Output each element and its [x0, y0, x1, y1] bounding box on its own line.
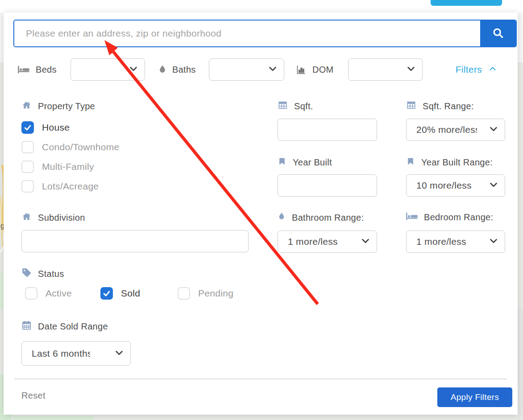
year-built-heading: Year Built — [278, 156, 332, 169]
chevron-down-icon — [129, 64, 138, 75]
checkbox-label: Multi-Family — [42, 161, 94, 172]
quick-filter-row: Beds Baths — [4, 58, 518, 81]
beds-label: Beds — [36, 65, 57, 75]
checkbox-label: Sold — [121, 288, 140, 299]
footer-divider — [14, 379, 507, 379]
address-search-bar — [13, 20, 517, 47]
filters-toggle-label: Filters — [456, 64, 482, 75]
beds-select[interactable] — [71, 58, 145, 81]
chevron-down-icon — [406, 64, 416, 75]
checkbox-condo-townhome[interactable]: Condo/Townhome — [21, 141, 119, 153]
filters-toggle[interactable]: Filters — [456, 64, 497, 75]
bed-icon — [406, 212, 418, 223]
bookmark-icon — [406, 156, 415, 169]
year-built-range-heading: Year Built Range: — [406, 156, 493, 169]
baths-label: Baths — [172, 65, 196, 75]
bathroom-range-heading: Bathroom Range: — [278, 212, 364, 223]
checkbox-label: Pending — [198, 288, 233, 299]
bed-icon — [18, 65, 29, 74]
search-filters-panel: Beds Baths — [4, 12, 518, 415]
status-heading: Status — [21, 268, 64, 280]
calendar-icon — [21, 320, 32, 333]
checkbox-house[interactable]: House — [21, 121, 70, 134]
checkbox-box[interactable] — [21, 141, 34, 153]
subdivision-heading: Subdivision — [21, 212, 85, 224]
chevron-down-icon — [489, 180, 498, 191]
reset-button[interactable]: Reset — [21, 391, 46, 401]
chevron-down-icon — [361, 236, 370, 247]
apply-filters-button[interactable]: Apply Filters — [437, 387, 512, 407]
year-built-range-select[interactable]: 10 more/less — [406, 174, 505, 197]
chevron-up-icon — [488, 64, 497, 75]
dom-select[interactable] — [348, 58, 423, 81]
search-icon — [491, 26, 505, 41]
checkbox-pending[interactable]: Pending — [178, 287, 233, 300]
chevron-down-icon — [268, 64, 278, 75]
year-built-input[interactable] — [278, 174, 377, 197]
chevron-down-icon — [489, 124, 498, 136]
checkbox-sold[interactable]: Sold — [100, 287, 140, 300]
house-icon — [21, 100, 32, 112]
bedroom-range-heading: Bedroom Range: — [406, 212, 493, 223]
checkbox-label: Active — [46, 288, 72, 299]
property-type-heading: Property Type — [21, 100, 95, 112]
bathroom-range-select[interactable]: 1 more/less — [278, 231, 377, 253]
check-icon — [23, 123, 32, 132]
sqft-heading: Sqft. — [278, 100, 313, 112]
checkbox-box[interactable] — [21, 161, 34, 173]
checkbox-multi-family[interactable]: Multi-Family — [21, 161, 94, 173]
bookmark-icon — [278, 156, 286, 169]
checkbox-lots-acreage[interactable]: Lots/Acreage — [21, 180, 99, 193]
checkbox-label: House — [42, 122, 70, 133]
sqft-range-select[interactable]: 20% more/less — [406, 119, 505, 141]
address-search-input[interactable] — [14, 21, 480, 46]
sqft-range-heading: Sqft. Range: — [406, 100, 474, 112]
search-button[interactable] — [480, 21, 516, 46]
chevron-down-icon — [114, 348, 124, 359]
house-icon — [21, 212, 32, 224]
bedroom-range-select[interactable]: 1 more/less — [406, 231, 505, 253]
date-sold-range-select[interactable]: Last 6 months — [21, 341, 131, 366]
baths-select[interactable] — [209, 58, 284, 81]
checkbox-box[interactable] — [25, 287, 37, 300]
check-icon — [102, 289, 111, 298]
water-drop-icon — [158, 65, 167, 74]
checkbox-active[interactable]: Active — [25, 287, 72, 300]
grid-icon — [406, 100, 416, 112]
grid-icon — [278, 100, 288, 112]
dom-label: DOM — [312, 65, 334, 75]
chevron-down-icon — [489, 236, 498, 247]
sqft-input[interactable] — [278, 119, 377, 141]
water-drop-icon — [278, 212, 286, 223]
checkbox-box[interactable] — [21, 121, 34, 134]
checkbox-box[interactable] — [178, 287, 190, 300]
date-sold-range-heading: Date Sold Range — [21, 320, 108, 333]
checkbox-label: Lots/Acreage — [42, 181, 99, 192]
subdivision-input[interactable] — [21, 230, 249, 252]
checkbox-box[interactable] — [100, 287, 113, 300]
tag-icon — [21, 268, 32, 280]
checkbox-box[interactable] — [21, 180, 34, 193]
checkbox-label: Condo/Townhome — [42, 142, 119, 152]
top-cyan-button[interactable] — [431, 0, 502, 6]
bar-chart-icon — [296, 64, 307, 75]
top-header-strip — [0, 0, 523, 12]
